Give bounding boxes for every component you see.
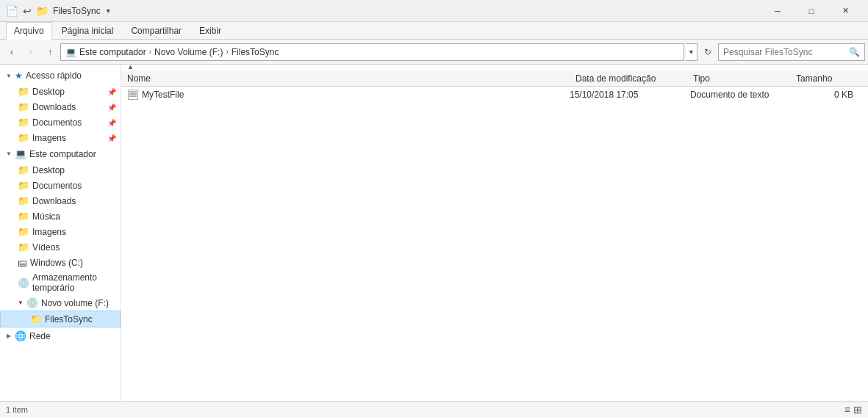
quick-access-header[interactable]: ▼ ★ Acesso rápido [0,68,121,84]
file-txt-icon [127,89,139,101]
minimize-button[interactable]: ─ [761,0,795,22]
pin-icon-desktop: 📌 [107,88,115,95]
txt-line-1 [129,91,137,93]
refresh-button[interactable]: ↻ [699,43,717,61]
file-date: 15/10/2018 17:05 [570,90,687,100]
quick-access-new[interactable]: 📄 [6,5,18,17]
sidebar-item-label: Imagens [32,133,66,143]
sidebar-item-armazenamento[interactable]: 💿 Armazenamento temporário [0,270,121,295]
table-row[interactable]: MyTestFile 15/10/2018 17:05 Documento de… [121,87,868,103]
sidebar-item-label: Windows (C:) [30,258,83,268]
documentos-pc-folder-icon: 📁 [18,180,29,191]
tab-pagina-inicial[interactable]: Página inicial [54,22,122,39]
view-details-icon[interactable]: ≡ [844,404,850,416]
title-bar: 📄 ↩ 📁 FilesToSync ▼ ─ □ ✕ [0,0,868,22]
breadcrumb-item-0[interactable]: Este computador [79,47,146,57]
computer-icon: 💻 [15,148,26,159]
txt-line-3 [129,95,137,97]
col-header-size[interactable]: Tamanho [796,73,862,84]
tab-exibir[interactable]: Exibir [191,22,229,39]
downloads-folder-icon-quick: 📁 [18,101,29,112]
file-type: Documento de texto [690,90,793,100]
sidebar-item-desktop-quick[interactable]: 📁 Desktop 📌 [0,84,121,99]
content-area: ▲ Nome Data de modificação Tipo Tamanho [121,65,868,401]
sidebar-item-filestosync[interactable]: 📁 FilesToSync [0,311,121,327]
documentos-folder-icon-quick: 📁 [18,117,29,128]
rede-label: Rede [29,331,51,341]
sidebar-item-windows-c[interactable]: 🖴 Windows (C:) [0,255,121,270]
sidebar-item-label: Imagens [32,227,66,237]
title-dropdown-arrow[interactable]: ▼ [105,7,112,15]
view-controls: ≡ ⊞ [844,404,862,416]
quick-access-undo[interactable]: ↩ [23,5,32,17]
col-type-label: Tipo [693,73,710,84]
maximize-button[interactable]: □ [795,0,828,22]
status-bar: 1 item ≡ ⊞ [0,401,868,417]
sidebar-item-desktop-pc[interactable]: 📁 Desktop [0,162,121,178]
breadcrumb-bar: 💻 Este computador › Novo Volume (F:) › F… [60,43,684,61]
pin-icon-downloads: 📌 [107,104,115,111]
desktop-folder-icon: 📁 [18,86,29,97]
col-date-label: Data de modificação [575,73,656,84]
downloads-pc-folder-icon: 📁 [18,195,29,206]
title-bar-left: 📄 ↩ 📁 FilesToSync ▼ [6,5,112,17]
title-text: FilesToSync [53,6,101,16]
este-computador-header[interactable]: ▼ 💻 Este computador [0,145,121,162]
col-header-date[interactable]: Data de modificação [575,73,693,84]
este-computador-label: Este computador [29,149,96,159]
sidebar-item-documentos-quick[interactable]: 📁 Documentos 📌 [0,115,121,130]
sidebar-item-label: Música [32,211,60,222]
search-icon[interactable]: 🔍 [849,47,860,57]
videos-pc-folder-icon: 📁 [18,242,29,253]
forward-button[interactable]: › [22,43,40,61]
tab-compartilhar[interactable]: Compartilhar [123,22,190,39]
col-header-type[interactable]: Tipo [693,73,796,84]
sidebar-item-downloads-pc[interactable]: 📁 Downloads [0,193,121,208]
col-header-name[interactable]: Nome [127,73,575,84]
sidebar-item-label: Desktop [32,87,65,97]
close-button[interactable]: ✕ [828,0,862,22]
main-layout: ▼ ★ Acesso rápido 📁 Desktop 📌 📁 Download… [0,65,868,401]
up-button[interactable]: ↑ [41,43,59,61]
tab-arquivo[interactable]: Arquivo [6,22,52,40]
col-name-label: Nome [127,73,151,84]
novo-volume-drive-icon: 💿 [26,297,38,308]
nav-bar: ‹ › ↑ 💻 Este computador › Novo Volume (F… [0,40,868,65]
novo-volume-triangle: ▼ [18,300,24,306]
desktop-pc-folder-icon: 📁 [18,164,29,175]
sidebar-item-musica-pc[interactable]: 📁 Música [0,208,121,224]
musica-pc-folder-icon: 📁 [18,211,29,222]
back-button[interactable]: ‹ [3,43,21,61]
imagens-folder-icon-quick: 📁 [18,132,29,143]
txt-file-shape [128,90,138,100]
rede-header[interactable]: ▶ 🌐 Rede [0,327,121,344]
view-icons-icon[interactable]: ⊞ [853,404,862,416]
breadcrumb-dropdown-button[interactable]: ▼ [686,43,697,61]
sidebar-item-downloads-quick[interactable]: 📁 Downloads 📌 [0,99,121,115]
sidebar-item-imagens-quick[interactable]: 📁 Imagens 📌 [0,130,121,145]
este-computador-triangle: ▼ [6,151,12,157]
filestosync-folder-icon: 📁 [30,313,42,324]
breadcrumb-computer-icon: 💻 [65,47,76,57]
sidebar-item-videos-pc[interactable]: 📁 Vídeos [0,239,121,255]
sidebar-item-documentos-pc[interactable]: 📁 Documentos [0,178,121,193]
sidebar-item-label: Armazenamento temporário [32,272,115,293]
breadcrumb-current: FilesToSync [232,47,279,57]
sidebar-item-novo-volume[interactable]: ▼ 💿 Novo volume (F:) [0,295,121,311]
rede-triangle: ▶ [6,333,12,339]
rede-icon: 🌐 [15,330,26,341]
breadcrumb-item-1[interactable]: Novo Volume (F:) [154,47,223,57]
imagens-pc-folder-icon: 📁 [18,226,29,237]
sort-arrow-up: ▲ [127,65,134,70]
txt-line-2 [129,93,137,95]
sidebar-item-label: Documentos [32,117,82,128]
sidebar-item-label: Downloads [32,196,76,206]
ribbon: Arquivo Página inicial Compartilhar Exib… [0,22,868,40]
col-size-label: Tamanho [796,73,832,84]
windows-drive-icon: 🖴 [18,257,27,268]
search-input[interactable] [723,47,846,57]
search-bar: 🔍 [718,43,865,61]
breadcrumb-sep-1: › [226,48,228,56]
quick-access-star-icon: ★ [15,70,23,81]
sidebar-item-imagens-pc[interactable]: 📁 Imagens [0,224,121,239]
